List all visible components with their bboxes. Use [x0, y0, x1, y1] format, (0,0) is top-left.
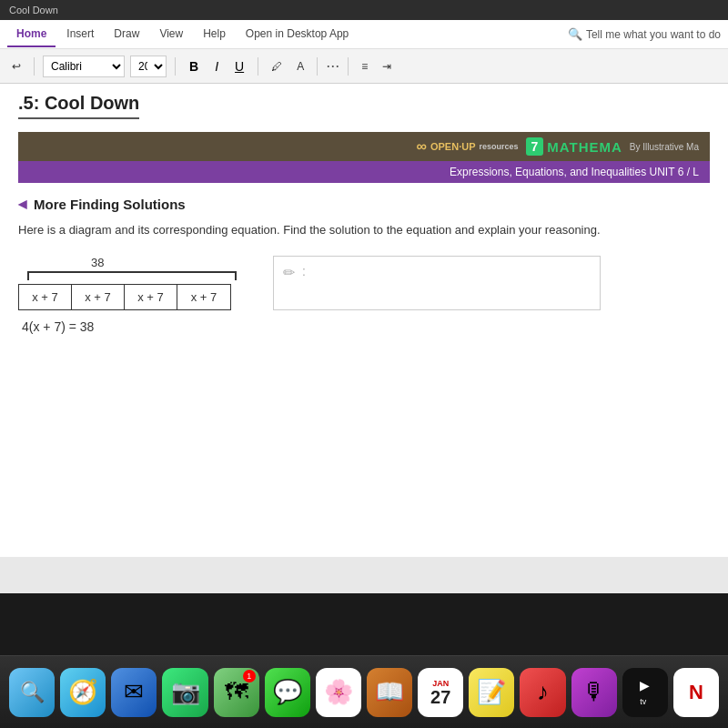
diagram-area: 38 x + 7 x + 7 x + 7 x + 7 4(x + 7) = 38…: [18, 256, 710, 334]
openup-banner: ∞ OPEN·UP resources 7 MATHEMA By Illustr…: [18, 132, 710, 161]
tab-view[interactable]: View: [150, 22, 192, 47]
calendar-month: JAN: [432, 679, 449, 688]
safari-icon: 🧭: [68, 678, 97, 706]
books-icon: 📖: [375, 678, 404, 706]
finder-icon: 🔍: [20, 681, 45, 704]
dock-item-music[interactable]: ♪: [520, 668, 565, 717]
toolbar-separator-4: [317, 57, 318, 76]
more-options-button[interactable]: ···: [326, 56, 339, 76]
pencil-icon: ✏: [283, 264, 295, 281]
page-title: .5: Cool Down: [18, 93, 139, 119]
section-arrow-icon: ◂: [18, 194, 26, 214]
toolbar-separator-2: [175, 57, 176, 76]
maps-badge: 1: [243, 670, 256, 682]
section-title: More Finding Solutions: [34, 197, 186, 212]
tab-home[interactable]: Home: [7, 22, 56, 47]
maps-icon: 🗺: [225, 678, 248, 706]
unit-text: Expressions, Equations, and Inequalities…: [450, 166, 699, 178]
dock-item-photos[interactable]: 🌸: [316, 668, 361, 717]
ribbon-search[interactable]: 🔍 Tell me what you want to do: [568, 27, 721, 41]
box-cell-2: x + 7: [125, 285, 177, 309]
dock-item-finder[interactable]: 🔍: [9, 668, 55, 717]
facetime-icon: 📷: [171, 678, 200, 706]
infinity-icon: ∞: [417, 138, 427, 155]
undo-button[interactable]: ↩: [7, 57, 25, 76]
calendar-day: 27: [430, 688, 450, 706]
tab-open-desktop[interactable]: Open in Desktop App: [237, 22, 358, 47]
word-window: Home Insert Draw View Help Open in Deskt…: [0, 20, 728, 593]
font-selector[interactable]: Calibri: [43, 56, 125, 77]
equation-text: 4(x + 7) = 38: [22, 319, 94, 334]
dock-item-tv[interactable]: ▶tv: [622, 668, 668, 717]
bold-button[interactable]: B: [184, 57, 204, 76]
boxes-row: x + 7 x + 7 x + 7 x + 7: [18, 284, 231, 310]
mail-icon: ✉: [124, 678, 144, 706]
dock-item-messages[interactable]: 💬: [265, 668, 310, 717]
underline-button[interactable]: U: [229, 57, 249, 76]
answer-box[interactable]: ✏ :: [273, 256, 601, 310]
highlight-button[interactable]: 🖊: [267, 57, 287, 76]
brace-line: [18, 271, 246, 282]
unit-bar: Expressions, Equations, and Inequalities…: [18, 161, 710, 183]
search-label: Tell me what you want to do: [586, 28, 721, 41]
resources-text: resources: [479, 142, 518, 151]
notes-icon: 📝: [477, 678, 506, 706]
font-size-selector[interactable]: 20: [130, 56, 167, 77]
dock-item-mail[interactable]: ✉: [111, 668, 157, 717]
font-color-button[interactable]: A: [292, 57, 308, 76]
news-icon: N: [689, 681, 703, 704]
dock-item-maps[interactable]: 🗺 1: [214, 668, 259, 717]
dock-item-calendar[interactable]: JAN 27: [418, 668, 463, 717]
toolbar-separator-1: [34, 57, 35, 76]
by-illustrative-text: By Illustrative Ma: [630, 142, 699, 152]
toolbar-separator-3: [258, 57, 258, 76]
box-cell-3: x + 7: [177, 285, 230, 309]
photos-icon: 🌸: [324, 678, 353, 706]
tab-help[interactable]: Help: [194, 22, 235, 47]
tab-draw[interactable]: Draw: [105, 22, 148, 47]
problem-description: Here is a diagram and its corresponding …: [18, 221, 710, 239]
math-title: MATHEMA: [547, 139, 622, 155]
toolbar: ↩ Calibri 20 B I U 🖊 A ··· ≡ ⇥: [0, 49, 728, 84]
equation-diagram: 38 x + 7 x + 7 x + 7 x + 7 4(x + 7) = 38: [18, 256, 246, 334]
search-icon: 🔍: [568, 27, 582, 41]
indent-button[interactable]: ⇥: [378, 57, 396, 76]
music-icon: ♪: [537, 678, 549, 706]
box-cell-0: x + 7: [19, 285, 72, 309]
openup-logo: ∞ OPEN·UP resources: [417, 138, 519, 155]
section-heading: ◂ More Finding Solutions: [18, 194, 710, 214]
undo-icon: ↩: [12, 60, 21, 73]
tab-insert[interactable]: Insert: [57, 22, 103, 47]
window-title: Cool Down: [9, 5, 58, 15]
list-button[interactable]: ≡: [357, 57, 372, 76]
dock-item-safari[interactable]: 🧭: [60, 668, 106, 717]
messages-icon: 💬: [273, 678, 302, 706]
box-cell-1: x + 7: [72, 285, 125, 309]
dock-item-podcasts[interactable]: 🎙: [571, 668, 617, 717]
podcasts-icon: 🎙: [582, 678, 606, 706]
tv-icon: ▶tv: [640, 678, 650, 707]
math-badge-num: 7: [526, 137, 544, 156]
toolbar-separator-5: [348, 57, 349, 76]
page: .5: Cool Down ∞ OPEN·UP resources 7 MATH…: [0, 84, 728, 557]
dock: 🔍 🧭 ✉ 📷 🗺 1 💬 🌸 📖 JAN 27 📝 ♪ 🎙 ▶tv N: [0, 655, 728, 728]
math-brand: 7 MATHEMA: [526, 137, 622, 156]
dock-item-facetime[interactable]: 📷: [162, 668, 207, 717]
dock-item-notes[interactable]: 📝: [469, 668, 514, 717]
dock-item-news[interactable]: N: [673, 668, 719, 717]
document-area: .5: Cool Down ∞ OPEN·UP resources 7 MATH…: [0, 84, 728, 593]
openup-text: OPEN·UP: [430, 141, 476, 152]
ribbon-tabs: Home Insert Draw View Help Open in Deskt…: [0, 20, 728, 49]
title-bar: Cool Down: [0, 0, 728, 20]
answer-colon: :: [302, 264, 306, 278]
brace-label: 38: [91, 256, 104, 269]
dock-item-books[interactable]: 📖: [367, 668, 412, 717]
italic-button[interactable]: I: [209, 57, 224, 76]
